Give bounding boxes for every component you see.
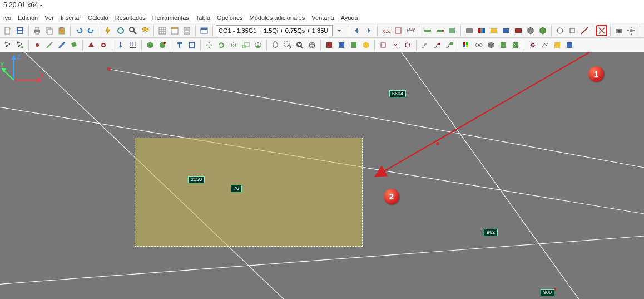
view-icon-3[interactable] [348,40,359,51]
table-icon[interactable] [169,25,180,36]
menu-file[interactable]: ivo [3,14,11,21]
line-icon[interactable] [44,40,55,51]
menu-edit[interactable]: Edición [18,14,38,21]
box-icon-1[interactable] [145,40,156,51]
wire-icon-1[interactable] [419,40,430,51]
paste-icon[interactable] [56,25,67,36]
refresh-icon[interactable] [115,25,126,36]
intersect-lines-icon[interactable] [596,25,607,36]
dim-icon[interactable]: x,xx [405,25,416,36]
arrow-right-icon[interactable] [363,25,374,36]
cube-render-icon[interactable] [486,40,497,51]
cursor-icon[interactable] [2,40,13,51]
load-icon-2[interactable] [127,40,138,51]
new-file-icon[interactable] [2,25,13,36]
pick-icon[interactable] [14,40,26,51]
color-icon-3[interactable] [513,25,524,36]
misc-icon-2[interactable] [539,40,551,51]
menu-tools[interactable]: Herramientas [152,14,189,21]
wire-icon-2[interactable] [432,40,443,51]
scale-icon[interactable] [240,40,251,51]
layer-color-icon[interactable] [461,40,472,51]
move-icon[interactable] [204,40,215,51]
copy-icon[interactable] [44,25,55,36]
pan-icon[interactable] [270,40,281,51]
section-icon-1[interactable] [174,40,185,51]
surface-icon[interactable] [447,25,458,36]
view-icon-2[interactable] [336,40,347,51]
rotate-icon[interactable] [216,40,227,51]
menu-options[interactable]: Opciones [217,14,242,21]
visibility-icon[interactable] [473,40,484,51]
zoom-icon[interactable] [127,25,138,36]
load-icon-1[interactable] [115,40,126,51]
report-icon[interactable] [181,25,192,36]
orbit-icon[interactable] [306,40,318,51]
menu-insert[interactable]: Insertar [61,14,81,21]
dropdown-icon[interactable] [334,25,345,36]
arrow-left-icon[interactable] [351,25,362,36]
cube-icon-2[interactable] [537,25,548,36]
svg-rect-6 [36,32,39,34]
tool-icon-b[interactable] [567,25,578,36]
section-icon-2[interactable] [186,40,197,51]
member-icon-1[interactable] [422,25,433,36]
model-viewport[interactable]: 6604 2150 76 962 900 Z X Y 1 2 [0,52,644,299]
save-icon[interactable] [14,25,26,36]
render-icon-2[interactable] [476,25,487,36]
surface-tool-icon[interactable] [68,40,80,51]
menu-help[interactable]: Ayuda [341,14,358,21]
snap-icon-2[interactable] [390,40,401,51]
view-icon-1[interactable] [324,40,335,51]
render-icon-1[interactable] [464,25,475,36]
layers-icon[interactable] [140,25,151,36]
frame-icon[interactable] [393,25,404,36]
svg-point-44 [557,28,563,33]
menu-addmod[interactable]: Módulos adicionales [250,14,305,21]
misc-icon-1[interactable] [527,40,538,51]
extrude-icon[interactable] [252,40,264,51]
camera-icon[interactable] [613,25,625,36]
support-icon[interactable] [86,40,97,51]
menu-window[interactable]: Ventana [311,14,334,21]
load-combination-combo[interactable] [216,25,333,36]
menu-view[interactable]: Ver [44,14,54,21]
green-box-icon-2[interactable] [510,40,521,51]
grid-icon[interactable] [157,25,168,36]
redo-icon[interactable] [86,25,97,36]
menu-table[interactable]: Tabla [196,14,210,21]
svg-point-66 [164,42,166,44]
color-icon-2[interactable] [501,25,512,36]
svg-rect-36 [449,28,455,33]
lightning-icon[interactable] [103,25,114,36]
gear-icon[interactable] [626,25,637,36]
misc-icon-4[interactable] [564,40,575,51]
color-icon-1[interactable] [488,25,499,36]
svg-line-102 [361,52,589,299]
svg-rect-80 [351,42,356,48]
zoom-window-icon[interactable] [282,40,293,51]
menu-results[interactable]: Resultados [115,14,146,21]
undo-icon[interactable] [73,25,85,36]
hinge-icon[interactable] [98,40,109,51]
misc-icon-3[interactable] [552,40,563,51]
snap-icon-1[interactable] [378,40,389,51]
window-icon[interactable] [199,25,210,36]
menu-calc[interactable]: Cálculo [88,14,108,21]
tool-icon-a[interactable] [554,25,566,36]
snap-icon-3[interactable] [402,40,413,51]
wire-icon-3[interactable] [444,40,455,51]
mirror-icon[interactable] [228,40,239,51]
svg-rect-45 [570,28,574,33]
zoom-all-icon[interactable]: A [294,40,305,51]
green-box-icon-1[interactable] [498,40,509,51]
box-icon-2[interactable] [157,40,168,51]
view-icon-4[interactable] [360,40,371,51]
print-icon[interactable] [32,25,43,36]
xx-icon[interactable]: X,X [380,25,392,36]
node-icon[interactable] [32,40,43,51]
cube-icon-1[interactable] [525,25,536,36]
member-tool-icon[interactable] [56,40,67,51]
tool-icon-c[interactable] [579,25,590,36]
member-icon-2[interactable] [434,25,445,36]
